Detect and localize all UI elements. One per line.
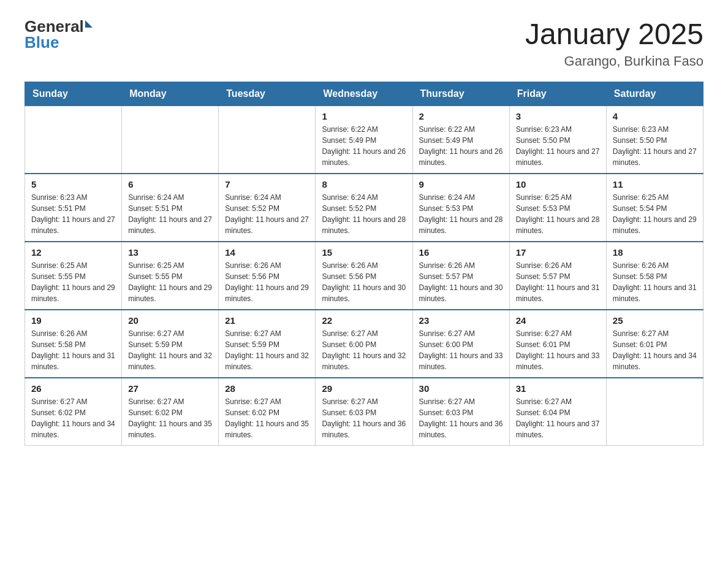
day-number: 2 <box>419 111 503 121</box>
calendar-day-header: Saturday <box>606 82 703 105</box>
calendar-day-cell: 26Sunrise: 6:27 AM Sunset: 6:02 PM Dayli… <box>25 378 122 446</box>
day-info: Sunrise: 6:27 AM Sunset: 6:02 PM Dayligh… <box>128 396 212 440</box>
calendar-day-cell: 15Sunrise: 6:26 AM Sunset: 5:56 PM Dayli… <box>316 242 412 310</box>
day-number: 8 <box>322 179 406 190</box>
day-info: Sunrise: 6:27 AM Sunset: 6:03 PM Dayligh… <box>419 396 503 440</box>
calendar-week-row: 12Sunrise: 6:25 AM Sunset: 5:55 PM Dayli… <box>25 242 703 310</box>
calendar-day-cell: 27Sunrise: 6:27 AM Sunset: 6:02 PM Dayli… <box>122 378 219 446</box>
day-info: Sunrise: 6:27 AM Sunset: 6:02 PM Dayligh… <box>31 396 115 440</box>
day-info: Sunrise: 6:26 AM Sunset: 5:58 PM Dayligh… <box>31 328 115 372</box>
day-info: Sunrise: 6:27 AM Sunset: 5:59 PM Dayligh… <box>225 328 309 372</box>
calendar-week-row: 26Sunrise: 6:27 AM Sunset: 6:02 PM Dayli… <box>25 378 703 446</box>
calendar-day-cell: 17Sunrise: 6:26 AM Sunset: 5:57 PM Dayli… <box>509 242 606 310</box>
day-number: 17 <box>516 247 600 258</box>
day-number: 29 <box>322 383 406 394</box>
day-info: Sunrise: 6:27 AM Sunset: 6:04 PM Dayligh… <box>516 396 600 440</box>
day-number: 20 <box>128 315 212 326</box>
calendar-day-cell: 31Sunrise: 6:27 AM Sunset: 6:04 PM Dayli… <box>509 378 606 446</box>
calendar-day-cell: 20Sunrise: 6:27 AM Sunset: 5:59 PM Dayli… <box>122 310 219 378</box>
calendar-day-cell: 9Sunrise: 6:24 AM Sunset: 5:53 PM Daylig… <box>412 174 509 242</box>
calendar-day-cell: 23Sunrise: 6:27 AM Sunset: 6:00 PM Dayli… <box>412 310 509 378</box>
day-info: Sunrise: 6:25 AM Sunset: 5:55 PM Dayligh… <box>128 260 212 304</box>
day-info: Sunrise: 6:27 AM Sunset: 6:03 PM Dayligh… <box>322 396 406 440</box>
day-info: Sunrise: 6:27 AM Sunset: 6:01 PM Dayligh… <box>613 328 697 372</box>
calendar-day-cell: 28Sunrise: 6:27 AM Sunset: 6:02 PM Dayli… <box>219 378 316 446</box>
day-number: 11 <box>613 179 697 190</box>
day-number: 1 <box>322 111 406 121</box>
calendar-day-cell: 6Sunrise: 6:24 AM Sunset: 5:51 PM Daylig… <box>122 174 219 242</box>
calendar-day-header: Tuesday <box>219 82 316 105</box>
calendar-week-row: 19Sunrise: 6:26 AM Sunset: 5:58 PM Dayli… <box>25 310 703 378</box>
calendar-day-cell <box>219 105 316 174</box>
day-number: 25 <box>613 315 697 326</box>
day-number: 12 <box>31 247 115 258</box>
day-number: 18 <box>613 247 697 258</box>
day-number: 22 <box>322 315 406 326</box>
day-info: Sunrise: 6:25 AM Sunset: 5:55 PM Dayligh… <box>31 260 115 304</box>
day-number: 21 <box>225 315 309 326</box>
calendar-day-cell: 8Sunrise: 6:24 AM Sunset: 5:52 PM Daylig… <box>316 174 412 242</box>
day-info: Sunrise: 6:24 AM Sunset: 5:52 PM Dayligh… <box>225 192 309 236</box>
calendar-day-cell: 13Sunrise: 6:25 AM Sunset: 5:55 PM Dayli… <box>122 242 219 310</box>
calendar-day-cell <box>25 105 122 174</box>
day-number: 19 <box>31 315 115 326</box>
logo: General Blue <box>25 18 93 50</box>
day-info: Sunrise: 6:24 AM Sunset: 5:53 PM Dayligh… <box>419 192 503 236</box>
calendar-day-cell: 3Sunrise: 6:23 AM Sunset: 5:50 PM Daylig… <box>509 105 606 174</box>
calendar-day-cell: 16Sunrise: 6:26 AM Sunset: 5:57 PM Dayli… <box>412 242 509 310</box>
calendar-week-row: 5Sunrise: 6:23 AM Sunset: 5:51 PM Daylig… <box>25 174 703 242</box>
day-number: 23 <box>419 315 503 326</box>
day-info: Sunrise: 6:27 AM Sunset: 5:59 PM Dayligh… <box>128 328 212 372</box>
title-block: January 2025 Garango, Burkina Faso <box>525 18 703 69</box>
day-info: Sunrise: 6:27 AM Sunset: 6:01 PM Dayligh… <box>516 328 600 372</box>
calendar-day-cell: 5Sunrise: 6:23 AM Sunset: 5:51 PM Daylig… <box>25 174 122 242</box>
day-info: Sunrise: 6:23 AM Sunset: 5:50 PM Dayligh… <box>516 124 600 168</box>
day-info: Sunrise: 6:23 AM Sunset: 5:51 PM Dayligh… <box>31 192 115 236</box>
calendar-title: January 2025 <box>525 18 703 51</box>
day-info: Sunrise: 6:25 AM Sunset: 5:53 PM Dayligh… <box>516 192 600 236</box>
day-number: 13 <box>128 247 212 258</box>
day-number: 27 <box>128 383 212 394</box>
day-info: Sunrise: 6:23 AM Sunset: 5:50 PM Dayligh… <box>613 124 697 168</box>
logo-general-text: General <box>25 18 84 34</box>
day-info: Sunrise: 6:25 AM Sunset: 5:54 PM Dayligh… <box>613 192 697 236</box>
calendar-day-cell: 18Sunrise: 6:26 AM Sunset: 5:58 PM Dayli… <box>606 242 703 310</box>
calendar-day-cell: 11Sunrise: 6:25 AM Sunset: 5:54 PM Dayli… <box>606 174 703 242</box>
calendar-day-cell: 19Sunrise: 6:26 AM Sunset: 5:58 PM Dayli… <box>25 310 122 378</box>
day-number: 28 <box>225 383 309 394</box>
calendar-table: SundayMondayTuesdayWednesdayThursdayFrid… <box>25 82 703 446</box>
calendar-day-cell: 25Sunrise: 6:27 AM Sunset: 6:01 PM Dayli… <box>606 310 703 378</box>
day-number: 31 <box>516 383 600 394</box>
day-number: 14 <box>225 247 309 258</box>
day-number: 4 <box>613 111 697 121</box>
day-info: Sunrise: 6:24 AM Sunset: 5:52 PM Dayligh… <box>322 192 406 236</box>
day-info: Sunrise: 6:27 AM Sunset: 6:00 PM Dayligh… <box>322 328 406 372</box>
calendar-day-cell: 7Sunrise: 6:24 AM Sunset: 5:52 PM Daylig… <box>219 174 316 242</box>
calendar-day-cell: 14Sunrise: 6:26 AM Sunset: 5:56 PM Dayli… <box>219 242 316 310</box>
day-number: 9 <box>419 179 503 190</box>
day-number: 5 <box>31 179 115 190</box>
day-info: Sunrise: 6:26 AM Sunset: 5:57 PM Dayligh… <box>516 260 600 304</box>
day-number: 7 <box>225 179 309 190</box>
calendar-day-cell: 4Sunrise: 6:23 AM Sunset: 5:50 PM Daylig… <box>606 105 703 174</box>
calendar-day-header: Thursday <box>412 82 509 105</box>
page-header: General Blue January 2025 Garango, Burki… <box>25 18 703 69</box>
calendar-day-header: Monday <box>122 82 219 105</box>
calendar-day-cell: 1Sunrise: 6:22 AM Sunset: 5:49 PM Daylig… <box>316 105 412 174</box>
day-number: 6 <box>128 179 212 190</box>
day-number: 15 <box>322 247 406 258</box>
calendar-day-cell: 12Sunrise: 6:25 AM Sunset: 5:55 PM Dayli… <box>25 242 122 310</box>
day-number: 3 <box>516 111 600 121</box>
day-number: 10 <box>516 179 600 190</box>
day-number: 16 <box>419 247 503 258</box>
calendar-header-row: SundayMondayTuesdayWednesdayThursdayFrid… <box>25 82 703 105</box>
day-info: Sunrise: 6:26 AM Sunset: 5:56 PM Dayligh… <box>225 260 309 304</box>
calendar-day-header: Friday <box>509 82 606 105</box>
calendar-day-header: Wednesday <box>316 82 412 105</box>
day-info: Sunrise: 6:22 AM Sunset: 5:49 PM Dayligh… <box>419 124 503 168</box>
calendar-day-cell: 10Sunrise: 6:25 AM Sunset: 5:53 PM Dayli… <box>509 174 606 242</box>
day-info: Sunrise: 6:27 AM Sunset: 6:02 PM Dayligh… <box>225 396 309 440</box>
day-info: Sunrise: 6:26 AM Sunset: 5:58 PM Dayligh… <box>613 260 697 304</box>
calendar-day-cell: 21Sunrise: 6:27 AM Sunset: 5:59 PM Dayli… <box>219 310 316 378</box>
calendar-subtitle: Garango, Burkina Faso <box>525 53 703 69</box>
